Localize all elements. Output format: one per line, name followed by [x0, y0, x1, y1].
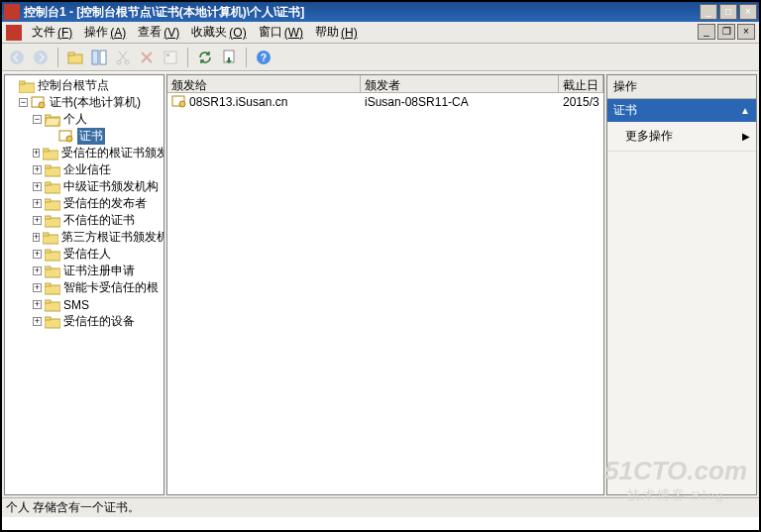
tree-toggle[interactable]: + — [33, 182, 42, 191]
tree-toggle[interactable]: + — [33, 300, 42, 309]
tree-sms[interactable]: SMS — [63, 298, 89, 312]
mdi-minimize-button[interactable]: _ — [698, 24, 715, 40]
svg-rect-27 — [45, 182, 51, 185]
svg-point-16 — [39, 102, 45, 108]
export-list-button[interactable] — [218, 47, 240, 68]
folder-icon — [45, 197, 60, 211]
tree-cert-enroll-req[interactable]: 证书注册申请 — [63, 263, 135, 279]
menu-file[interactable]: 文件(F) — [26, 22, 78, 43]
tree-certificates-selected[interactable]: 证书 — [77, 128, 105, 145]
tree-smartcard-trusted[interactable]: 智能卡受信任的根 — [63, 279, 159, 296]
tree-pane: 控制台根节点 − 证书(本地计算机) − 个人 证书 +受信任的根证书颁发机构 … — [4, 74, 164, 495]
svg-marker-19 — [45, 118, 60, 126]
certificate-icon — [171, 95, 187, 109]
menu-help[interactable]: 帮助(H) — [309, 22, 364, 43]
tree-personal[interactable]: 个人 — [63, 111, 87, 128]
tree-toggle[interactable]: + — [33, 283, 42, 292]
folder-icon — [45, 214, 60, 228]
tree-root[interactable]: 控制台根节点 — [38, 77, 109, 94]
svg-text:?: ? — [261, 53, 267, 63]
folder-icon — [43, 147, 58, 160]
svg-rect-41 — [45, 300, 51, 303]
actions-more[interactable]: 更多操作 ▶ — [607, 122, 756, 152]
chevron-up-icon: ▲ — [740, 105, 750, 116]
col-issuer[interactable]: 颁发者 — [361, 75, 559, 92]
tree-toggle[interactable]: + — [33, 317, 42, 326]
actions-category[interactable]: 证书 ▲ — [607, 99, 756, 122]
toolbar-separator — [57, 48, 58, 67]
refresh-button[interactable] — [194, 47, 216, 68]
col-issued-to[interactable]: 颁发给 — [167, 75, 361, 92]
svg-rect-29 — [45, 199, 51, 202]
app-icon — [4, 4, 20, 20]
svg-rect-31 — [45, 216, 51, 219]
tree-enterprise-trust[interactable]: 企业信任 — [63, 161, 111, 178]
tree-cert-local[interactable]: 证书(本地计算机) — [50, 94, 141, 111]
tree-untrusted[interactable]: 不信任的证书 — [63, 212, 135, 229]
menu-window[interactable]: 窗口(W) — [253, 22, 309, 43]
svg-rect-35 — [45, 250, 51, 253]
forward-button[interactable] — [30, 47, 52, 68]
folder-icon — [45, 298, 60, 312]
folder-icon — [45, 315, 60, 329]
col-expiry[interactable]: 截止日 — [559, 75, 603, 92]
properties-button[interactable] — [160, 47, 181, 68]
tree-toggle[interactable]: + — [33, 250, 42, 259]
folder-icon — [45, 265, 60, 278]
folder-icon — [43, 231, 58, 245]
svg-rect-3 — [68, 53, 74, 55]
tree-toggle[interactable]: + — [33, 233, 40, 242]
cell-expiry: 2015/3 — [559, 95, 603, 109]
menu-action[interactable]: 操作(A) — [78, 22, 132, 43]
menubar-app-icon — [6, 25, 22, 41]
folder-icon — [45, 281, 60, 295]
mdi-restore-button[interactable]: ❐ — [717, 24, 735, 40]
svg-point-45 — [179, 101, 185, 107]
svg-point-21 — [66, 136, 72, 142]
svg-rect-43 — [45, 317, 51, 320]
folder-icon — [19, 79, 35, 93]
tree-toggle[interactable]: + — [33, 165, 42, 174]
tree-intermediate-ca[interactable]: 中级证书颁发机构 — [63, 178, 159, 195]
delete-button[interactable] — [136, 47, 158, 68]
tree-trusted-publishers[interactable]: 受信任的发布者 — [63, 195, 147, 212]
cell-issued-to: 08SR13.iSusan.cn — [189, 95, 287, 109]
mdi-close-button[interactable]: × — [737, 24, 755, 40]
tree-toggle[interactable]: − — [33, 115, 42, 124]
close-button[interactable]: × — [739, 4, 757, 20]
svg-rect-4 — [92, 51, 98, 64]
tree-thirdparty-root-ca[interactable]: 第三方根证书颁发机构 — [61, 229, 163, 246]
folder-icon — [45, 180, 60, 194]
tree-toggle[interactable]: + — [33, 199, 42, 208]
tree-toggle[interactable]: + — [33, 216, 42, 225]
tree-toggle[interactable]: + — [33, 266, 42, 275]
show-hide-tree-button[interactable] — [88, 47, 110, 68]
back-button[interactable] — [6, 47, 28, 68]
tree-trusted-devices[interactable]: 受信任的设备 — [63, 313, 135, 330]
folder-icon — [45, 163, 60, 177]
minimize-button[interactable]: _ — [700, 4, 717, 20]
actions-header: 操作 — [607, 75, 756, 99]
svg-rect-14 — [19, 81, 25, 84]
table-row[interactable]: 08SR13.iSusan.cn iSusan-08SR11-CA 2015/3 — [167, 93, 603, 110]
toolbar-separator — [187, 48, 188, 67]
status-text: 个人 存储含有一个证书。 — [6, 499, 140, 516]
menu-favorites[interactable]: 收藏夹(O) — [185, 22, 252, 43]
help-button[interactable]: ? — [253, 47, 274, 68]
maximize-button[interactable]: □ — [719, 4, 737, 20]
certificate-icon — [31, 96, 47, 110]
svg-rect-25 — [45, 165, 51, 168]
svg-rect-23 — [43, 149, 49, 152]
up-level-button[interactable] — [64, 47, 86, 68]
folder-icon — [45, 248, 60, 262]
svg-rect-33 — [43, 233, 49, 236]
tree-trusted-root-ca[interactable]: 受信任的根证书颁发机构 — [61, 145, 163, 161]
tree-trusted-people[interactable]: 受信任人 — [63, 246, 111, 263]
folder-open-icon — [45, 113, 60, 127]
tree-toggle[interactable]: − — [19, 98, 28, 107]
svg-rect-5 — [100, 51, 106, 64]
status-bar: 个人 存储含有一个证书。 — [2, 497, 759, 517]
tree-toggle[interactable]: + — [33, 149, 40, 158]
cut-button[interactable] — [112, 47, 134, 68]
menu-view[interactable]: 查看(V) — [132, 22, 185, 43]
